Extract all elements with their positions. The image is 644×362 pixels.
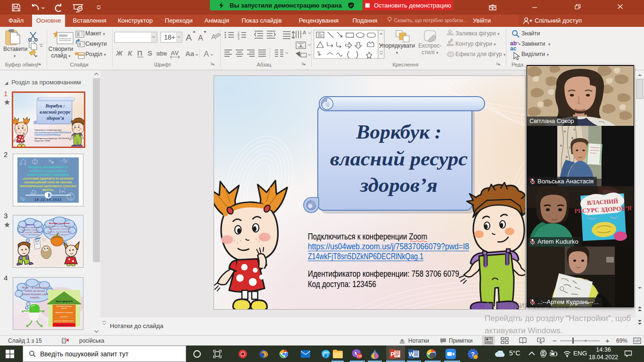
svg-text:AV: AV [171, 49, 179, 57]
svg-text:A: A [211, 33, 216, 41]
svg-text:РОЗВИТКУ ІННОВАЦІЙНОЇ: РОЗВИТКУ ІННОВАЦІЙНОЇ [30, 169, 67, 173]
svg-text:A: A [198, 34, 203, 42]
svg-text:A: A [186, 33, 192, 42]
svg-text:потреби.: потреби. [30, 296, 40, 299]
svg-text:правильних, організацій: правильних, організацій [48, 225, 71, 227]
svg-text:Здоров’я –: Здоров’я – [25, 223, 36, 226]
svg-text:Aa: Aa [185, 49, 195, 58]
svg-text:навчань, які допомагають: навчань, які допомагають [47, 230, 72, 233]
svg-text:«АНАТОМІЯ ЗДОРОВ’Я ТА БЕЗПЕКИ.: «АНАТОМІЯ ЗДОРОВ’Я ТА БЕЗПЕКИ. [22, 177, 74, 180]
svg-text:Ж: Ж [116, 49, 123, 57]
svg-text:3: 3 [238, 37, 239, 40]
svg-text:18+: 18+ [164, 33, 175, 41]
svg-text:доцільність здорового життя: доцільність здорового життя [54, 320, 74, 322]
svg-text:К: К [128, 49, 133, 57]
svg-text:здоров’я: здоров’я [61, 307, 67, 309]
svg-text:ІННОВАЦІЙНИЙ УРОК ЯК ЧИННИК: ІННОВАЦІЙНИЙ УРОК ЯК ЧИННИК [25, 181, 72, 184]
svg-text:W: W [409, 351, 414, 358]
svg-text:Воркбук– це станом: Воркбук– це станом [49, 222, 70, 224]
svg-text:здоровий денний спосіб: здоровий денний спосіб [56, 324, 73, 326]
svg-text:A: A [204, 49, 209, 58]
svg-text:П: П [137, 49, 142, 57]
svg-text:P: P [390, 351, 394, 358]
svg-text:оздоровлення режим дня: оздоровлення режим дня [55, 312, 73, 313]
svg-text:abe: abe [157, 50, 167, 57]
svg-text:небудь, які можна: небудь, які можна [25, 289, 45, 292]
svg-text:використовувати у разі: використовувати у разі [22, 293, 48, 296]
svg-text:ЖИТТЯ»: ЖИТТЯ» [42, 189, 54, 191]
svg-text:покращити здоров’я: покращити здоров’я [50, 233, 69, 236]
svg-text:S: S [148, 49, 152, 57]
svg-text:Ресурс – це запаси чого-: Ресурс – це запаси чого- [21, 286, 48, 289]
svg-text:ac: ac [510, 45, 517, 52]
svg-text:ПОПУЛЯРИЗАЦІЇ ЗДОРОВОГО СПОСОБ: ПОПУЛЯРИЗАЦІЇ ЗДОРОВОГО СПОСОБУ [20, 185, 77, 188]
svg-text:156: 156 [357, 354, 362, 358]
svg-text:ТИЖДЕНЬ ФОРМУВАННЯ ТА: ТИЖДЕНЬ ФОРМУВАННЯ ТА [28, 166, 68, 169]
svg-text:харчування: харчування [60, 316, 68, 318]
svg-text:шо є і запоикою й: шо є і запоикою й [22, 233, 39, 236]
svg-text:нормованих справжніх: нормованих справжніх [49, 228, 71, 230]
svg-text:A: A [303, 30, 306, 35]
svg-text:КОМПЕТЕНТНОСТІ ШКОЛЯРІВ: КОМПЕТЕНТНОСТІ ШКОЛЯРІВ [27, 173, 70, 176]
svg-text:Крок здоров’я: Крок здоров’я [56, 300, 72, 303]
